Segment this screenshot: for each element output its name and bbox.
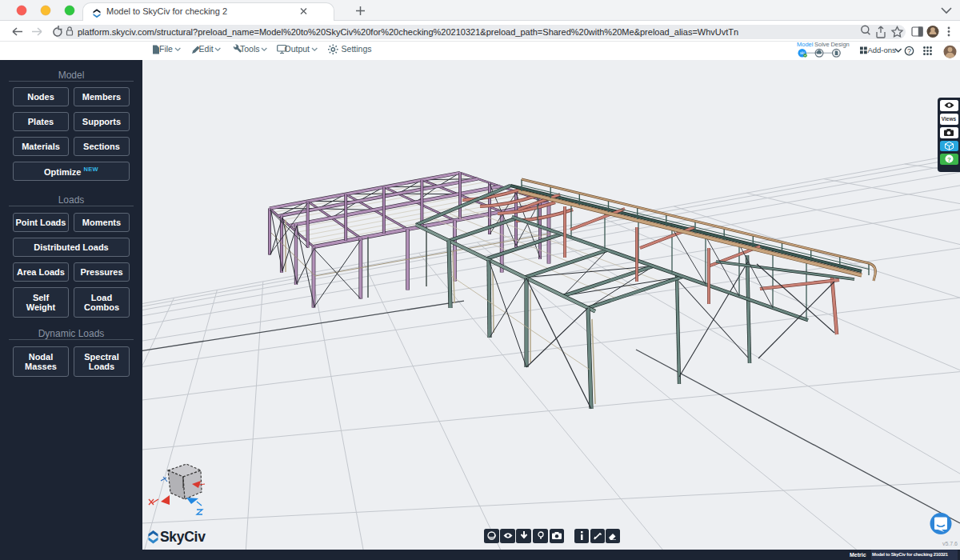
svg-text:Design: Design: [830, 42, 849, 48]
svg-text:Model: Model: [797, 42, 814, 48]
svg-text:Output: Output: [285, 44, 310, 54]
svg-text:Add-ons: Add-ons: [867, 46, 896, 54]
svg-text:Settings: Settings: [342, 44, 372, 54]
svg-text:Model to SkyCiv for checking 2: Model to SkyCiv for checking 2: [106, 6, 227, 16]
svg-text:Tools: Tools: [240, 44, 260, 54]
svg-text:Edit: Edit: [199, 44, 214, 54]
svg-text:?: ?: [907, 47, 911, 55]
svg-text:?: ?: [947, 156, 951, 163]
svg-text:File: File: [159, 44, 173, 54]
svg-text:SkyCiv: SkyCiv: [160, 529, 206, 545]
svg-text:v5.7.6: v5.7.6: [942, 541, 958, 546]
svg-text:Solve: Solve: [814, 42, 830, 48]
